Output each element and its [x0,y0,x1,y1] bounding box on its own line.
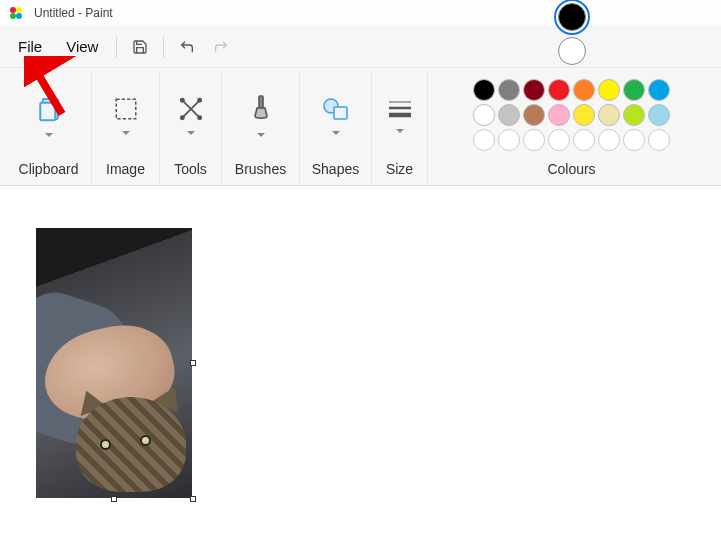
colour-swatch[interactable] [548,79,570,101]
colour-swatch[interactable] [573,129,595,151]
colour-swatch-grid [473,79,670,151]
colour-swatch[interactable] [498,104,520,126]
current-colours [558,3,586,65]
colour-swatch[interactable] [598,79,620,101]
menu-separator [116,36,117,58]
chevron-down-icon [257,133,265,137]
svg-point-10 [198,116,201,119]
pencil-crossed-icon [178,96,204,125]
clipboard-icon [34,94,64,127]
svg-point-2 [10,13,16,19]
brushes-group[interactable]: Brushes [222,72,300,183]
colour-swatch[interactable] [473,104,495,126]
file-menu[interactable]: File [6,32,54,61]
chevron-down-icon [187,131,195,135]
svg-rect-6 [116,99,136,119]
svg-point-8 [198,99,201,102]
svg-point-9 [180,99,183,102]
chevron-down-icon [45,133,53,137]
app-icon [8,5,24,21]
colour-swatch[interactable] [473,129,495,151]
colours-group: Colours [428,72,715,183]
svg-point-1 [16,7,22,13]
selection-rectangle-icon [113,96,139,125]
resize-handle-bottom[interactable] [111,496,117,502]
undo-button[interactable] [170,30,204,64]
shapes-group[interactable]: Shapes [300,72,372,183]
colour-swatch[interactable] [598,129,620,151]
svg-point-3 [16,13,22,19]
menu-separator [163,36,164,58]
colour-swatch[interactable] [623,104,645,126]
clipboard-group[interactable]: Clipboard [6,72,92,183]
colour-swatch[interactable] [623,129,645,151]
shapes-label: Shapes [312,161,359,177]
colour-swatch[interactable] [548,104,570,126]
image-group[interactable]: Image [92,72,160,183]
size-group[interactable]: Size [372,72,428,183]
colour-swatch[interactable] [623,79,645,101]
colour-swatch[interactable] [573,104,595,126]
menu-bar: File View [0,26,721,68]
resize-handle-right[interactable] [190,360,196,366]
chevron-down-icon [332,131,340,135]
line-weight-icon [387,98,413,123]
resize-handle-corner[interactable] [190,496,196,502]
brushes-label: Brushes [235,161,286,177]
redo-button[interactable] [204,30,238,64]
canvas-area[interactable] [0,186,721,547]
colour-swatch[interactable] [523,129,545,151]
colour-swatch[interactable] [648,79,670,101]
window-title: Untitled - Paint [34,6,113,20]
svg-point-0 [10,7,16,13]
canvas-image[interactable] [36,228,192,498]
colour-swatch[interactable] [598,104,620,126]
shapes-icon [322,96,350,125]
colour-swatch[interactable] [523,104,545,126]
image-label: Image [106,161,145,177]
colour-swatch[interactable] [498,79,520,101]
size-label: Size [386,161,413,177]
save-button[interactable] [123,30,157,64]
chevron-down-icon [122,131,130,135]
pasted-image-content [36,228,192,498]
svg-point-7 [180,116,183,119]
primary-colour-swatch[interactable] [558,3,586,31]
svg-rect-13 [334,107,347,119]
colour-swatch[interactable] [648,104,670,126]
clipboard-label: Clipboard [19,161,79,177]
chevron-down-icon [396,129,404,133]
brush-icon [249,94,273,127]
colour-swatch[interactable] [648,129,670,151]
colour-swatch[interactable] [548,129,570,151]
tools-label: Tools [174,161,207,177]
ribbon: Clipboard Image Tools [0,68,721,186]
colour-swatch[interactable] [573,79,595,101]
svg-rect-5 [40,103,55,121]
colour-swatch[interactable] [473,79,495,101]
view-menu[interactable]: View [54,32,110,61]
tools-group[interactable]: Tools [160,72,222,183]
colour-swatch[interactable] [523,79,545,101]
secondary-colour-swatch[interactable] [558,37,586,65]
svg-rect-11 [259,96,263,108]
colours-label: Colours [547,161,595,177]
title-bar: Untitled - Paint [0,0,721,26]
colour-swatch[interactable] [498,129,520,151]
